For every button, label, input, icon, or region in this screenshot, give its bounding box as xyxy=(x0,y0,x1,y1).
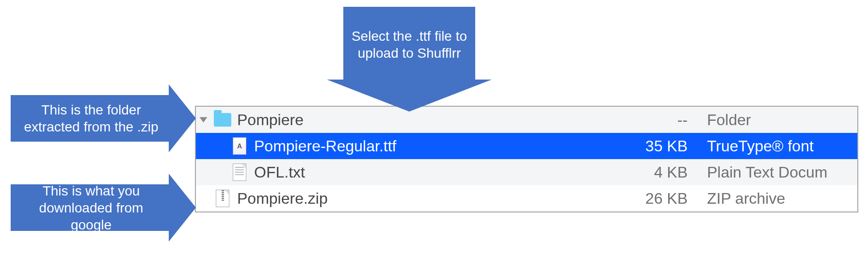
file-row-folder[interactable]: Pompiere -- Folder xyxy=(196,107,857,133)
file-kind: Folder xyxy=(707,111,857,129)
arrow-right-icon xyxy=(169,174,196,242)
file-size: 35 KB xyxy=(620,137,702,155)
file-list-panel: Pompiere -- Folder Pompiere-Regular.ttf … xyxy=(195,106,858,212)
file-row-txt[interactable]: OFL.txt 4 KB Plain Text Docum xyxy=(196,159,857,185)
callout-text: Select the .ttf file to upload to Shuffl… xyxy=(350,28,468,62)
font-file-icon xyxy=(230,137,249,155)
callout-text: This is what you downloaded from google xyxy=(20,182,162,233)
file-kind: Plain Text Docum xyxy=(707,163,857,181)
file-row-ttf[interactable]: Pompiere-Regular.ttf 35 KB TrueType® fon… xyxy=(196,133,857,159)
callout-downloaded-zip: This is what you downloaded from google xyxy=(11,184,169,231)
callout-extracted-folder: This is the folder extracted from the .z… xyxy=(11,95,169,142)
file-kind: TrueType® font xyxy=(707,137,857,155)
file-kind: ZIP archive xyxy=(707,190,857,208)
file-row-zip[interactable]: Pompiere.zip 26 KB ZIP archive xyxy=(196,185,857,211)
file-name: Pompiere xyxy=(237,111,615,129)
file-name: OFL.txt xyxy=(254,163,615,181)
file-name: Pompiere-Regular.ttf xyxy=(254,137,615,155)
file-size: 26 KB xyxy=(620,190,702,208)
arrow-right-icon xyxy=(169,84,196,152)
file-name: Pompiere.zip xyxy=(237,190,615,208)
callout-select-ttf: Select the .ttf file to upload to Shuffl… xyxy=(343,7,475,80)
zip-file-icon xyxy=(213,190,232,207)
callout-text: This is the folder extracted from the .z… xyxy=(20,101,162,135)
disclosure-triangle-icon[interactable] xyxy=(200,117,208,123)
file-size: 4 KB xyxy=(620,163,702,181)
file-size: -- xyxy=(620,111,702,129)
folder-icon xyxy=(213,113,232,127)
text-file-icon xyxy=(230,163,249,181)
arrow-down-icon xyxy=(327,80,492,112)
